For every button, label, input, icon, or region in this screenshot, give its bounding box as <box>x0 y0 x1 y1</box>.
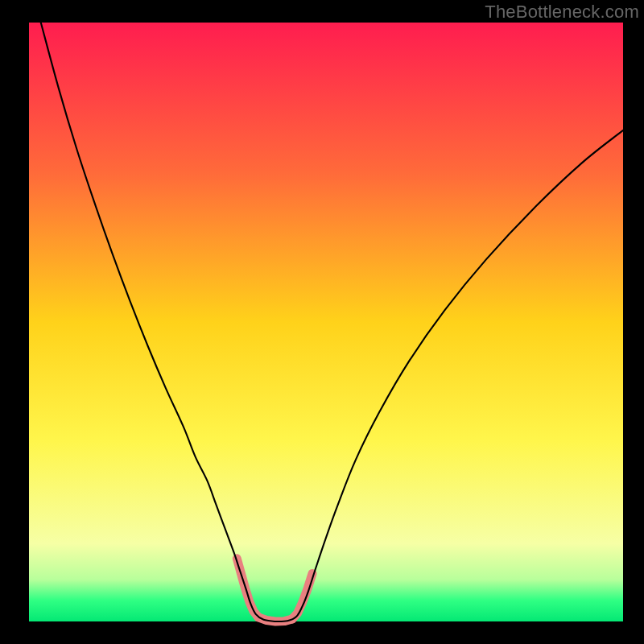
watermark-text: TheBottleneck.com <box>485 2 639 23</box>
bottleneck-chart <box>0 0 644 644</box>
plot-background <box>29 23 623 621</box>
chart-frame: TheBottleneck.com <box>0 0 644 644</box>
